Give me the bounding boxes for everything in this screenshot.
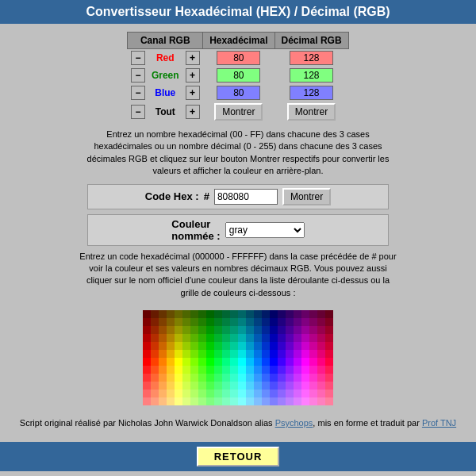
retour-button[interactable]: RETOUR	[197, 447, 280, 466]
green-plus-btn[interactable]: +	[186, 68, 200, 83]
red-dec-input[interactable]	[290, 51, 333, 65]
row-red: − Red +	[128, 49, 348, 67]
red-hex-input[interactable]	[217, 51, 260, 65]
couleur-select[interactable]: gray red green blue white black	[225, 222, 305, 238]
green-minus-btn[interactable]: −	[131, 68, 145, 83]
psychops-link[interactable]: Psychops	[275, 418, 313, 428]
rgb-converter-table: Canal RGB Hexadécimal Décimal RGB − Red …	[127, 32, 348, 122]
row-blue: − Blue +	[128, 84, 348, 102]
code-hex-label: Code Hex :	[145, 190, 199, 202]
row-tout: − Tout + Montrer Montrer	[128, 102, 348, 122]
blue-label: Blue	[155, 87, 175, 98]
couleur-label: Couleurnommée :	[171, 218, 220, 242]
hex-code-input[interactable]	[214, 189, 278, 205]
couleur-section: Couleurnommée : gray red green blue whit…	[87, 214, 389, 246]
tout-plus-btn[interactable]: +	[186, 105, 200, 119]
red-plus-btn[interactable]: +	[186, 51, 200, 65]
red-label: Red	[156, 52, 175, 63]
blue-plus-btn[interactable]: +	[186, 86, 200, 100]
montrer-hex-btn[interactable]: Montrer	[214, 103, 263, 121]
green-dec-input[interactable]	[290, 68, 333, 83]
col-decimal-rgb: Décimal RGB	[274, 33, 348, 49]
green-label: Green	[152, 70, 179, 81]
col-hexadecimal: Hexadécimal	[203, 33, 274, 49]
blue-minus-btn[interactable]: −	[131, 86, 145, 100]
tout-label: Tout	[155, 106, 175, 117]
red-minus-btn[interactable]: −	[131, 51, 145, 65]
code-hex-section: Code Hex : # Montrer	[87, 184, 389, 209]
footer-script: Script original réalisé par Nicholas Joh…	[16, 418, 460, 428]
col-canal-rgb: Canal RGB	[128, 33, 203, 49]
proftnj-link[interactable]: Prof TNJ	[422, 418, 456, 428]
tout-minus-btn[interactable]: −	[131, 105, 145, 119]
description2-text: Entrez un code hexadécimal (000000 - FFF…	[79, 251, 397, 300]
blue-dec-input[interactable]	[290, 86, 333, 100]
retour-section: RETOUR	[0, 442, 476, 471]
code-hex-montrer-btn[interactable]: Montrer	[282, 188, 331, 205]
page-header: Convertisseur Hexadécimal (HEX) / Décima…	[0, 0, 476, 24]
montrer-dec-btn[interactable]: Montrer	[287, 103, 336, 121]
blue-hex-input[interactable]	[217, 86, 260, 100]
description-text: Entrez un nombre hexadécimal (00 - FF) d…	[79, 129, 397, 178]
color-grid-canvas[interactable]	[143, 310, 333, 405]
page-title: Convertisseur Hexadécimal (HEX) / Décima…	[86, 5, 390, 18]
green-hex-input[interactable]	[217, 68, 260, 83]
row-green: − Green +	[128, 67, 348, 84]
hash-symbol: #	[204, 190, 209, 202]
